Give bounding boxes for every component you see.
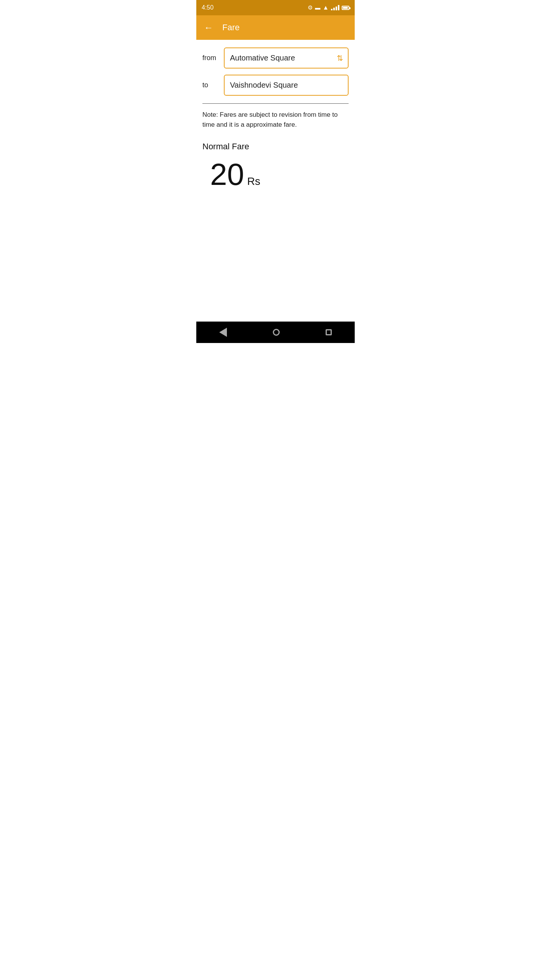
app-title: Fare xyxy=(222,23,240,33)
signal-bars-icon xyxy=(331,5,339,10)
nav-back-button[interactable] xyxy=(212,325,235,340)
fare-amount: 20 xyxy=(210,159,244,190)
status-icons: ⚙ ▬ ▲ xyxy=(308,4,349,11)
section-divider xyxy=(202,103,349,104)
wifi-icon: ▲ xyxy=(323,4,329,11)
nav-bar xyxy=(196,322,355,343)
nav-back-icon xyxy=(219,328,227,337)
to-input[interactable] xyxy=(225,75,348,95)
swap-vertical-icon[interactable]: ⇅ xyxy=(337,54,343,63)
note-text: Note: Fares are subject to revision from… xyxy=(202,110,349,129)
app-bar: ← Fare xyxy=(196,15,355,40)
main-content: from ⇅ to Note: Fares are subject to rev… xyxy=(196,40,355,322)
to-input-container xyxy=(224,75,349,96)
nav-recent-button[interactable] xyxy=(318,326,339,338)
fare-amount-row: 20 Rs xyxy=(202,159,349,190)
fare-label: Normal Fare xyxy=(202,142,349,152)
from-input-container: ⇅ xyxy=(224,47,349,69)
battery-icon xyxy=(342,6,349,10)
route-section: from ⇅ to xyxy=(202,47,349,96)
from-input[interactable] xyxy=(225,48,348,68)
gear-icon: ⚙ xyxy=(308,4,313,11)
status-time: 4:50 xyxy=(202,4,214,11)
nav-home-icon xyxy=(273,329,280,336)
fare-section: Normal Fare 20 Rs xyxy=(202,142,349,190)
to-label: to xyxy=(202,81,219,89)
nav-recent-icon xyxy=(326,329,332,335)
sim-icon: ▬ xyxy=(315,5,320,11)
back-button[interactable]: ← xyxy=(202,21,215,34)
status-bar: 4:50 ⚙ ▬ ▲ xyxy=(196,0,355,15)
fare-currency: Rs xyxy=(247,175,260,188)
nav-home-button[interactable] xyxy=(265,326,287,339)
from-row: from ⇅ xyxy=(202,47,349,69)
to-row: to xyxy=(202,75,349,96)
from-label: from xyxy=(202,54,219,62)
